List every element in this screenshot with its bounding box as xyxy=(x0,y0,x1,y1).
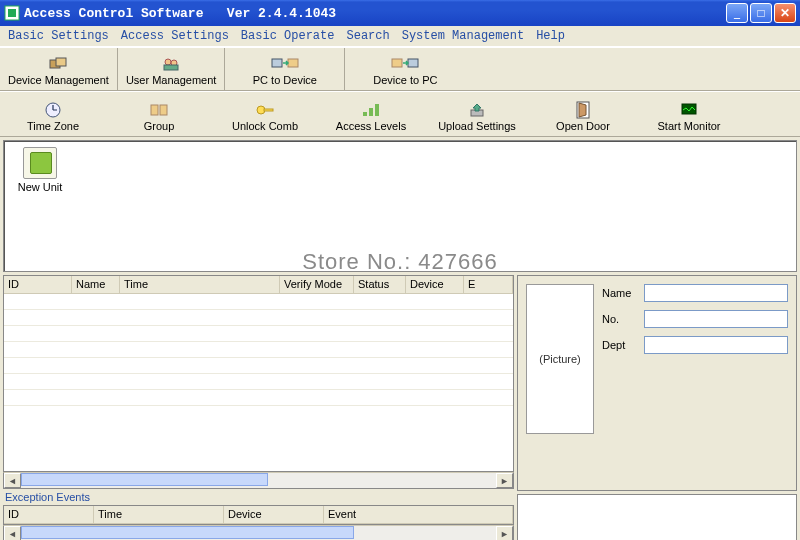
menu-basic-operate[interactable]: Basic Operate xyxy=(235,27,341,45)
svg-rect-18 xyxy=(375,104,379,116)
close-button[interactable]: ✕ xyxy=(774,3,796,23)
user-management-label: User Management xyxy=(126,74,217,86)
scroll-right-icon[interactable]: ► xyxy=(496,526,513,540)
group-icon xyxy=(150,101,168,119)
col-verify-mode[interactable]: Verify Mode xyxy=(280,276,354,293)
col-status[interactable]: Status xyxy=(354,276,406,293)
exception-grid-header: ID Time Device Event xyxy=(4,506,513,524)
scroll-left-icon[interactable]: ◄ xyxy=(4,473,21,488)
window-title: Access Control Software Ver 2.4.4.1043 xyxy=(24,6,726,21)
svg-rect-17 xyxy=(369,108,373,116)
new-unit-item[interactable]: New Unit xyxy=(10,147,70,193)
access-levels-label: Access Levels xyxy=(336,120,406,132)
bottom-split: ID Name Time Verify Mode Status Device E xyxy=(3,275,797,540)
ex-col-device[interactable]: Device xyxy=(224,506,324,523)
col-time[interactable]: Time xyxy=(120,276,280,293)
unlock-comb-button[interactable]: Unlock Comb xyxy=(212,92,318,136)
ex-col-event[interactable]: Event xyxy=(324,506,513,523)
table-row xyxy=(4,342,513,358)
device-to-pc-label: Device to PC xyxy=(373,74,437,86)
svg-rect-7 xyxy=(272,59,282,67)
svg-rect-16 xyxy=(363,112,367,116)
open-door-label: Open Door xyxy=(556,120,610,132)
levels-icon xyxy=(361,101,381,119)
details-fields: Name No. Dept xyxy=(602,284,788,482)
col-name[interactable]: Name xyxy=(72,276,120,293)
dept-field[interactable] xyxy=(644,336,788,354)
user-management-button[interactable]: User Management xyxy=(118,48,226,90)
right-column: (Picture) Name No. Dept xyxy=(517,275,797,540)
menu-help[interactable]: Help xyxy=(530,27,571,45)
svg-rect-9 xyxy=(392,59,402,67)
col-device[interactable]: Device xyxy=(406,276,464,293)
ex-col-time[interactable]: Time xyxy=(94,506,224,523)
scroll-right-icon[interactable]: ► xyxy=(496,473,513,488)
start-monitor-button[interactable]: Start Monitor xyxy=(636,92,742,136)
unlock-comb-label: Unlock Comb xyxy=(232,120,298,132)
device-management-button[interactable]: Device Management xyxy=(0,48,118,90)
name-field[interactable] xyxy=(644,284,788,302)
events-hscrollbar[interactable]: ◄ ► xyxy=(3,472,514,489)
svg-rect-12 xyxy=(151,105,158,115)
col-id[interactable]: ID xyxy=(4,276,72,293)
start-monitor-label: Start Monitor xyxy=(658,120,721,132)
menu-search[interactable]: Search xyxy=(340,27,395,45)
time-zone-button[interactable]: Time Zone xyxy=(0,92,106,136)
svg-rect-8 xyxy=(288,59,298,67)
svg-rect-13 xyxy=(160,105,167,115)
ex-col-id[interactable]: ID xyxy=(4,506,94,523)
maximize-button[interactable]: □ xyxy=(750,3,772,23)
no-field[interactable] xyxy=(644,310,788,328)
name-label: Name xyxy=(602,287,638,299)
workspace: New Unit Store No.: 427666 ID Name Time … xyxy=(0,137,800,540)
table-row xyxy=(4,326,513,342)
col-extra[interactable]: E xyxy=(464,276,513,293)
app-icon xyxy=(4,5,20,21)
scroll-track[interactable] xyxy=(21,473,496,488)
table-row xyxy=(4,310,513,326)
svg-rect-3 xyxy=(56,58,66,66)
device-to-pc-button[interactable]: Device to PC xyxy=(345,48,465,90)
door-icon xyxy=(575,101,591,119)
svg-rect-15 xyxy=(264,109,273,111)
clock-icon xyxy=(44,101,62,119)
exception-title: Exception Events xyxy=(3,489,514,505)
toolbar-primary: Device Management User Management PC to … xyxy=(0,47,800,91)
events-grid: ID Name Time Verify Mode Status Device E xyxy=(3,275,514,472)
pc-to-device-button[interactable]: PC to Device xyxy=(225,48,345,90)
window-buttons: _ □ ✕ xyxy=(726,3,796,23)
new-unit-label: New Unit xyxy=(10,181,70,193)
exception-hscrollbar[interactable]: ◄ ► xyxy=(3,525,514,540)
group-button[interactable]: Group xyxy=(106,92,212,136)
svg-point-4 xyxy=(165,59,171,65)
device-to-pc-icon xyxy=(391,55,419,73)
exception-section: Exception Events ID Time Device Event ◄ … xyxy=(3,489,514,540)
log-pane[interactable] xyxy=(517,494,797,540)
key-icon xyxy=(255,101,275,119)
menu-bar: Basic Settings Access Settings Basic Ope… xyxy=(0,26,800,47)
svg-rect-6 xyxy=(164,65,178,70)
svg-rect-1 xyxy=(8,9,16,17)
users-icon xyxy=(161,55,181,73)
minimize-button[interactable]: _ xyxy=(726,3,748,23)
pc-to-device-icon xyxy=(271,55,299,73)
events-grid-body[interactable] xyxy=(4,294,513,471)
menu-basic-settings[interactable]: Basic Settings xyxy=(2,27,115,45)
toolbar-secondary: Time Zone Group Unlock Comb Access Level… xyxy=(0,91,800,137)
pc-to-device-label: PC to Device xyxy=(253,74,317,86)
scroll-track[interactable] xyxy=(21,526,496,540)
menu-access-settings[interactable]: Access Settings xyxy=(115,27,235,45)
time-zone-label: Time Zone xyxy=(27,120,79,132)
scroll-left-icon[interactable]: ◄ xyxy=(4,526,21,540)
unit-icon xyxy=(23,147,57,179)
device-icon xyxy=(48,55,68,73)
left-column: ID Name Time Verify Mode Status Device E xyxy=(3,275,514,540)
picture-placeholder: (Picture) xyxy=(526,284,594,434)
title-bar: Access Control Software Ver 2.4.4.1043 _… xyxy=(0,0,800,26)
upload-settings-button[interactable]: Upload Settings xyxy=(424,92,530,136)
no-label: No. xyxy=(602,313,638,325)
details-pane: (Picture) Name No. Dept xyxy=(517,275,797,491)
access-levels-button[interactable]: Access Levels xyxy=(318,92,424,136)
open-door-button[interactable]: Open Door xyxy=(530,92,636,136)
menu-system-management[interactable]: System Management xyxy=(396,27,530,45)
